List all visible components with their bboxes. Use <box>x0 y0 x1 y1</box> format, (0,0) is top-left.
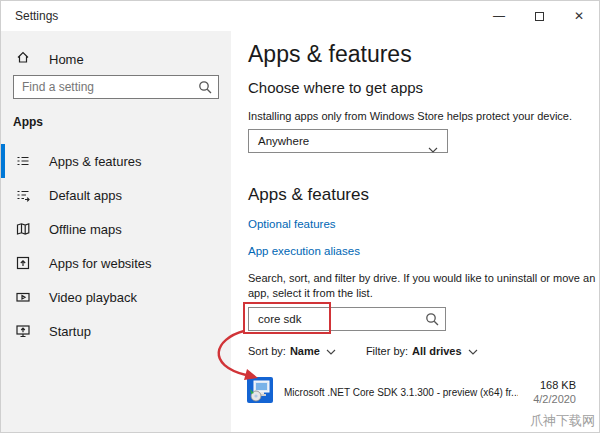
close-button[interactable]: ✕ <box>559 1 599 31</box>
app-search-input[interactable] <box>249 308 445 330</box>
chevron-down-icon <box>428 139 438 157</box>
sidebar-search <box>13 75 219 99</box>
sidebar-item-label: Video playback <box>49 290 137 305</box>
app-name: Microsoft .NET Core SDK 3.1.300 - previe… <box>284 387 518 398</box>
watermark: 爪神下载网 <box>530 412 595 430</box>
maximize-icon <box>535 12 544 21</box>
app-size: 168 KB <box>518 379 576 391</box>
apps-features-section-heading: Apps & features <box>248 185 369 205</box>
app-date: 4/2/2020 <box>518 393 576 405</box>
maximize-button[interactable] <box>519 1 559 31</box>
filter-by-label: Filter by: <box>366 345 408 357</box>
startup-icon <box>15 323 31 339</box>
search-icon <box>425 312 439 330</box>
sidebar-item-apps-features[interactable]: Apps & features <box>1 144 231 178</box>
sort-filter-row: Sort by: Name Filter by: All drives <box>248 345 478 357</box>
page-title: Apps & features <box>248 41 412 68</box>
chevron-down-icon[interactable] <box>468 345 478 357</box>
app-list-item[interactable]: Microsoft .NET Core SDK 3.1.300 - previe… <box>241 369 576 415</box>
sort-by-label: Sort by: <box>248 345 286 357</box>
sidebar-section-label: Apps <box>13 115 43 129</box>
minimize-button[interactable]: — <box>479 1 519 31</box>
filter-by-value[interactable]: All drives <box>412 345 462 357</box>
sidebar-item-video-playback[interactable]: Video playback <box>1 280 231 314</box>
app-source-dropdown[interactable]: Anywhere <box>248 129 448 153</box>
sidebar-item-home[interactable]: Home <box>1 43 231 75</box>
search-instructions: Search, sort, and filter by drive. If yo… <box>248 271 600 301</box>
apps-for-websites-icon <box>15 255 31 271</box>
sidebar-item-apps-for-websites[interactable]: Apps for websites <box>1 246 231 280</box>
default-apps-icon <box>15 187 31 203</box>
chevron-down-icon[interactable] <box>326 345 336 357</box>
app-meta: 168 KB 4/2/2020 <box>518 379 576 405</box>
store-description: Installing apps only from Windows Store … <box>248 110 572 122</box>
sidebar-item-label: Default apps <box>49 188 122 203</box>
sidebar-item-default-apps[interactable]: Default apps <box>1 178 231 212</box>
sidebar: Home Apps Apps & features Default apps <box>1 31 231 433</box>
settings-window: Settings — ✕ Home Apps Apps & feat <box>0 0 600 433</box>
search-icon <box>198 80 212 98</box>
optional-features-link[interactable]: Optional features <box>248 218 336 230</box>
sidebar-item-offline-maps[interactable]: Offline maps <box>1 212 231 246</box>
app-search-box <box>248 307 446 331</box>
main-content: Apps & features Choose where to get apps… <box>231 31 600 433</box>
app-execution-aliases-link[interactable]: App execution aliases <box>248 245 360 257</box>
home-icon <box>15 49 31 69</box>
choose-apps-heading: Choose where to get apps <box>248 79 423 96</box>
apps-features-icon <box>15 153 31 169</box>
sidebar-item-label: Startup <box>49 324 91 339</box>
selected-indicator <box>1 144 5 178</box>
sidebar-item-label: Apps for websites <box>49 256 152 271</box>
window-controls: — ✕ <box>479 1 599 31</box>
sidebar-item-label: Offline maps <box>49 222 122 237</box>
find-setting-input[interactable] <box>14 76 218 98</box>
sidebar-item-label: Apps & features <box>49 154 142 169</box>
video-playback-icon <box>15 289 31 305</box>
installer-app-icon <box>246 376 274 408</box>
title-bar: Settings — ✕ <box>1 1 599 31</box>
app-source-value: Anywhere <box>258 135 309 147</box>
sidebar-item-startup[interactable]: Startup <box>1 314 231 348</box>
sort-by-value[interactable]: Name <box>290 345 320 357</box>
offline-maps-icon <box>15 221 31 237</box>
window-title: Settings <box>15 9 58 23</box>
sidebar-home-label: Home <box>49 52 84 67</box>
